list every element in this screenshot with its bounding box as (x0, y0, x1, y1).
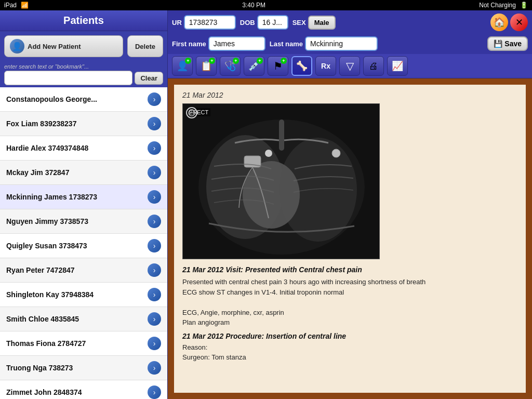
patient-list-item[interactable]: Constanopoulos George... › (0, 87, 167, 112)
patient-chevron-button[interactable]: › (148, 141, 161, 155)
notes-icon[interactable]: 📋+ (196, 56, 217, 76)
ipad-label: iPad (4, 2, 17, 9)
patient-icon[interactable]: 👤+ (172, 56, 193, 76)
status-left: iPad 📶 (4, 2, 29, 9)
add-badge-3: + (257, 58, 263, 64)
add-badge-1: + (209, 58, 215, 64)
patient-list-item[interactable]: Truong Nga 738273 › (0, 356, 167, 380)
patient-chevron-button[interactable]: › (148, 288, 161, 301)
right-panel: UR DOB SEX Male 🏠 ✕ (168, 10, 532, 399)
visit-line4: ECG, Angie, morphine, cxr, asprin (182, 309, 284, 316)
battery-icon: 🔋 (520, 2, 528, 9)
patient-chevron-button[interactable]: › (148, 312, 161, 326)
clear-button[interactable]: Clear (135, 72, 163, 85)
patient-name: Nguyen Jimmy 3738573 (6, 217, 88, 225)
search-hint: enter search text or "bookmark"... (4, 63, 163, 70)
dob-label: DOB (240, 19, 255, 26)
patient-chevron-button[interactable]: › (148, 190, 161, 204)
status-bar: iPad 📶 3:40 PM Not Charging 🔋 (0, 0, 532, 10)
print-icon[interactable]: 🖨 (363, 56, 384, 76)
firstname-input[interactable] (208, 36, 265, 51)
filter-icon[interactable]: ▽ (339, 56, 360, 76)
ur-field-group: UR (172, 15, 236, 30)
wifi-icon: 📶 (21, 2, 29, 9)
patient-name: Smith Chloe 4835845 (6, 315, 79, 323)
patient-name: Mckay Jim 372847 (6, 168, 69, 177)
delete-label: Delete (135, 43, 155, 50)
patient-list-item[interactable]: Ryan Peter 7472847 › (0, 258, 167, 283)
patient-list-item[interactable]: Nguyen Jimmy 3738573 › (0, 209, 167, 234)
close-button[interactable]: ✕ (510, 14, 528, 31)
left-actions: 👤 Add New Patient Delete (0, 31, 167, 61)
patient-chevron-button[interactable]: › (148, 92, 161, 106)
ur-input[interactable] (184, 15, 236, 30)
patient-chevron-button[interactable]: › (148, 166, 161, 179)
xray-icon[interactable]: 🦴 (291, 56, 312, 76)
rx-icon[interactable]: Rx (315, 56, 336, 76)
sex-label: SEX (292, 19, 306, 26)
lastname-label: Last name (270, 40, 303, 48)
visit-line5: Plan angiogram (182, 318, 230, 326)
patient-list-item[interactable]: Hardie Alex 3749374848 › (0, 136, 167, 161)
patient-chevron-button[interactable]: › (148, 361, 161, 375)
home-button[interactable]: 🏠 (490, 14, 508, 31)
add-patient-icon: 👤 (10, 39, 24, 54)
svg-rect-8 (279, 119, 284, 151)
firstname-label: First name (172, 40, 206, 48)
proc-reason: Reason: (182, 343, 207, 351)
patient-name: Shingleton Kay 37948384 (6, 290, 94, 299)
toolbar: 👤+📋+🩺+💉+⚑+🦴Rx▽🖨📈 (168, 54, 532, 78)
syringe-icon[interactable]: 💉+ (244, 56, 264, 76)
main-container: Patients 👤 Add New Patient Delete enter … (0, 10, 532, 399)
flag-icon[interactable]: ⚑+ (268, 56, 288, 76)
patient-name: Mckinning James 1738273 (6, 193, 97, 201)
add-patient-label: Add New Patient (28, 43, 81, 50)
status-right: Not Charging 🔋 (479, 2, 528, 9)
svg-point-7 (332, 149, 340, 157)
patient-list-item[interactable]: Smith Chloe 4835845 › (0, 307, 167, 331)
svg-point-9 (189, 110, 195, 116)
patients-header: Patients (0, 10, 167, 31)
home-icon: 🏠 (494, 17, 505, 28)
patient-list-item[interactable]: Thomas Fiona 2784727 › (0, 331, 167, 356)
save-button[interactable]: 💾 Save (487, 36, 528, 51)
add-badge-4: + (281, 58, 287, 64)
patient-list-item[interactable]: Fox Liam 839238237 › (0, 112, 167, 136)
patient-name: Constanopoulos George... (6, 95, 97, 103)
chart-icon-symbol: 📈 (392, 60, 403, 72)
content-area: 21 Mar 2012 (170, 81, 530, 397)
print-icon-symbol: 🖨 (369, 61, 378, 72)
patient-name: Quigley Susan 3738473 (6, 242, 87, 250)
visit-line1: Presented with central chest pain 3 hour… (182, 278, 425, 286)
sex-field-group: SEX Male (292, 16, 336, 30)
patients-title: Patients (63, 15, 104, 26)
patient-list-item[interactable]: Quigley Susan 3738473 › (0, 234, 167, 258)
patient-chevron-button[interactable]: › (148, 385, 161, 399)
patient-list-item[interactable]: Mckay Jim 372847 › (0, 161, 167, 185)
dob-input[interactable] (257, 15, 288, 30)
patient-chevron-button[interactable]: › (148, 215, 161, 228)
patient-chevron-button[interactable]: › (148, 337, 161, 350)
save-label: Save (504, 39, 522, 48)
add-patient-button[interactable]: 👤 Add New Patient (4, 35, 123, 57)
header-icons: 🏠 ✕ (490, 14, 528, 31)
chart-icon[interactable]: 📈 (387, 56, 408, 76)
patient-list-item[interactable]: Shingleton Kay 37948384 › (0, 283, 167, 307)
xray-icon-badge (186, 107, 197, 118)
search-input[interactable] (4, 71, 132, 85)
filter-icon-symbol: ▽ (346, 60, 354, 72)
search-row: Clear (4, 71, 163, 85)
patient-chevron-button[interactable]: › (148, 117, 161, 130)
lastname-input[interactable] (305, 36, 378, 51)
patient-name: Fox Liam 839238237 (6, 119, 76, 128)
patient-list-item[interactable]: Mckinning James 1738273 › (0, 185, 167, 209)
sex-button[interactable]: Male (308, 16, 336, 30)
patient-name-header: First name Last name 💾 Save (168, 34, 532, 54)
stethoscope-icon[interactable]: 🩺+ (220, 56, 241, 76)
clear-label: Clear (140, 74, 157, 82)
patient-list-item[interactable]: Zimmet John 2848374 › (0, 380, 167, 399)
patient-chevron-button[interactable]: › (148, 263, 161, 277)
patient-chevron-button[interactable]: › (148, 239, 161, 252)
delete-button[interactable]: Delete (127, 35, 163, 57)
xray-image: ERECT (182, 103, 380, 259)
